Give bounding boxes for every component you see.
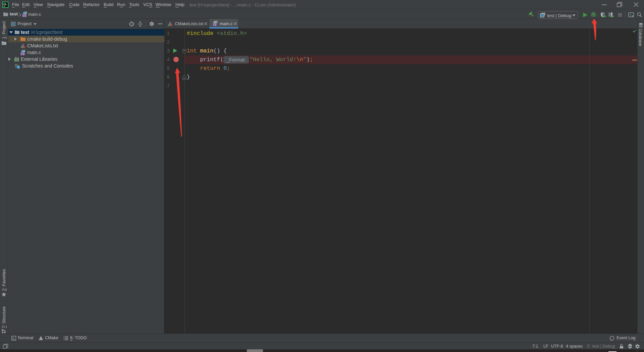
svg-text:CL: CL [3, 3, 7, 6]
svg-text:c: c [22, 52, 23, 55]
svg-text:c: c [214, 23, 215, 26]
svg-text:c: c [23, 14, 25, 17]
